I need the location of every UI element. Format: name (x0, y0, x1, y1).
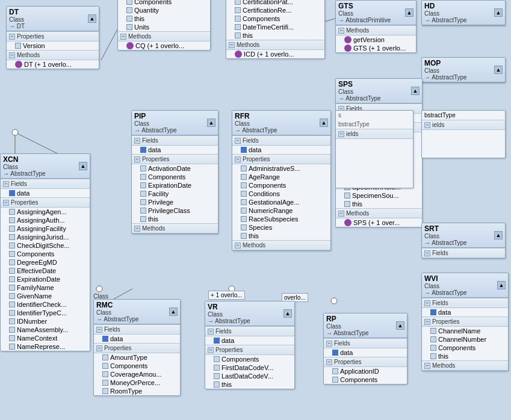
card-VR-header: VR Class → AbstractType ▲ (205, 301, 294, 326)
card-SRT-collapse[interactable]: ▲ (494, 231, 503, 239)
card-WVI-props-header: − Properties (422, 317, 508, 327)
rfr-prop-3: Components (232, 181, 330, 190)
pip-prop-4: Facility (132, 190, 218, 198)
card-SRT-fields-header: − Fields (422, 248, 505, 258)
xcn-prop-2: AssigningAuth... (1, 216, 90, 224)
card-DT-title: DT (9, 8, 88, 16)
prop-icon (241, 199, 247, 205)
rfr-prop-4: Conditions (232, 190, 330, 198)
wvi-prop-1: ChannelName (422, 327, 508, 335)
card-DT-collapse[interactable]: ▲ (88, 14, 96, 23)
item-quantity: Quantity (118, 6, 210, 14)
card-VR-data: data (205, 336, 294, 345)
prop-icon (140, 174, 146, 180)
prop-icon (241, 224, 247, 230)
card-VR-title: VR (208, 303, 283, 311)
field-icon (214, 338, 220, 344)
xcn-prop-10: FamilyName (1, 283, 90, 292)
prop-icon (9, 293, 15, 299)
card-DT-version: Version (7, 42, 99, 50)
card-MOP-collapse[interactable]: ▲ (494, 66, 503, 74)
prop-icon (9, 276, 15, 282)
card-PIP-props-header: − Properties (132, 154, 218, 164)
prop-icon (214, 381, 220, 388)
card-MOP-title: MOP (424, 59, 494, 67)
card-partial-right-top: bstractType − ields (421, 110, 506, 158)
card-RFR-data: data (232, 146, 330, 154)
card-SRT-header: SRT Class → AbstractType ▲ (422, 223, 505, 248)
field-icon (235, 7, 241, 13)
card-RMC-header: RMC Class → AbstractType ▲ (94, 300, 180, 324)
card-SPS-title: SPS (338, 80, 411, 88)
card-XCN-fields-header: − Fields (1, 179, 90, 189)
card-SPS-this: this (336, 200, 422, 208)
card-WVI-collapse[interactable]: ▲ (497, 281, 506, 289)
card-GTS: GTS Class → AbstractPrimitive ▲ − Method… (335, 0, 417, 53)
rfr-prop-9: this (232, 232, 330, 240)
card-GTS-collapse[interactable]: ▲ (405, 8, 413, 17)
card-VR-props-header: − Properties (205, 345, 294, 355)
card-partial-left: s bstractType − ields (335, 110, 413, 188)
method-icon (344, 36, 352, 43)
prop-icon (102, 363, 108, 369)
prop-icon (9, 344, 15, 350)
prop-icon (140, 208, 146, 214)
card-RMC: RMC Class → AbstractType ▲ − Fields data… (93, 299, 181, 396)
wvi-prop-4: this (422, 352, 508, 360)
field-icon (235, 24, 241, 30)
card-PIP-collapse[interactable]: ▲ (207, 119, 215, 127)
overlo-badge: + 1 overlo... (208, 291, 245, 300)
xcn-prop-9: ExpirationDate (1, 275, 90, 283)
svg-point-6 (96, 286, 102, 292)
card-XCN-collapse[interactable]: ▲ (79, 162, 87, 170)
method-icon (126, 42, 134, 49)
prop-icon (9, 242, 15, 249)
prop-icon (241, 174, 247, 180)
prop-icon (430, 353, 436, 359)
prop-icon (9, 335, 15, 341)
rmc-prop-4: MoneyOrPerce... (94, 378, 180, 387)
field-icon (235, 16, 241, 22)
card-WVI-header: WVI Class → AbstractType ▲ (422, 273, 508, 298)
card-RP-collapse[interactable]: ▲ (396, 321, 404, 330)
card-GTS-getVersion: getVersion (336, 36, 416, 44)
card-MOP-header: MOP Class → AbstractType ▲ (422, 58, 505, 82)
card-RP-header: RP Class → AbstractType ▲ (324, 313, 407, 338)
prop-icon (241, 182, 247, 188)
item-cert-this: this (226, 31, 324, 40)
card-RMC-props-header: − Properties (94, 343, 180, 353)
card-SPS-collapse[interactable]: ▲ (411, 87, 420, 95)
xcn-prop-5: CheckDigitSche... (1, 241, 90, 250)
prop-icon (214, 373, 220, 379)
card-RFR-title: RFR (235, 112, 320, 120)
card-RFR-collapse[interactable]: ▲ (320, 119, 328, 127)
card-VR-fields-header: − Fields (205, 326, 294, 336)
prop-icon (9, 234, 15, 240)
card-DT: DT Class → DT ▲ − Properties Version − M… (6, 6, 99, 69)
card-GTS-methods-header: − Methods (336, 25, 416, 36)
prop-icon (102, 354, 108, 360)
card-RFR-fields-header: − Fields (232, 135, 330, 146)
svg-point-8 (331, 298, 337, 304)
field-icon (126, 16, 132, 22)
card-SPS-header: SPS Class → AbstractType ▲ (336, 79, 422, 103)
card-HD-collapse[interactable]: ▲ (494, 8, 503, 17)
prop-icon (15, 43, 21, 49)
card-PIP: PIP Class → AbstractType ▲ − Fields data… (131, 110, 218, 234)
prop-icon (9, 251, 15, 257)
card-GTS-title: GTS (338, 2, 405, 10)
card-WVI: WVI Class → AbstractType ▲ − Fields data… (421, 273, 509, 371)
svg-point-5 (12, 129, 18, 135)
xcn-prop-7: DegreeEgMD (1, 258, 90, 267)
card-top-fields: Components Quantity this Units − Methods… (117, 0, 211, 51)
card-PIP-header: PIP Class → AbstractType ▲ (132, 111, 218, 135)
vr-prop-4: this (205, 380, 294, 389)
card-DT-method1: DT (+ 1 overlo... (7, 60, 99, 69)
prop-icon (140, 191, 146, 197)
prop-icon (140, 216, 146, 222)
card-WVI-methods-header: − Methods (422, 360, 508, 371)
card-RMC-collapse[interactable]: ▲ (169, 307, 178, 316)
rmc-prop-5: RoomType (94, 387, 180, 395)
prop-icon (9, 301, 15, 307)
card-VR-collapse[interactable]: ▲ (283, 309, 292, 318)
